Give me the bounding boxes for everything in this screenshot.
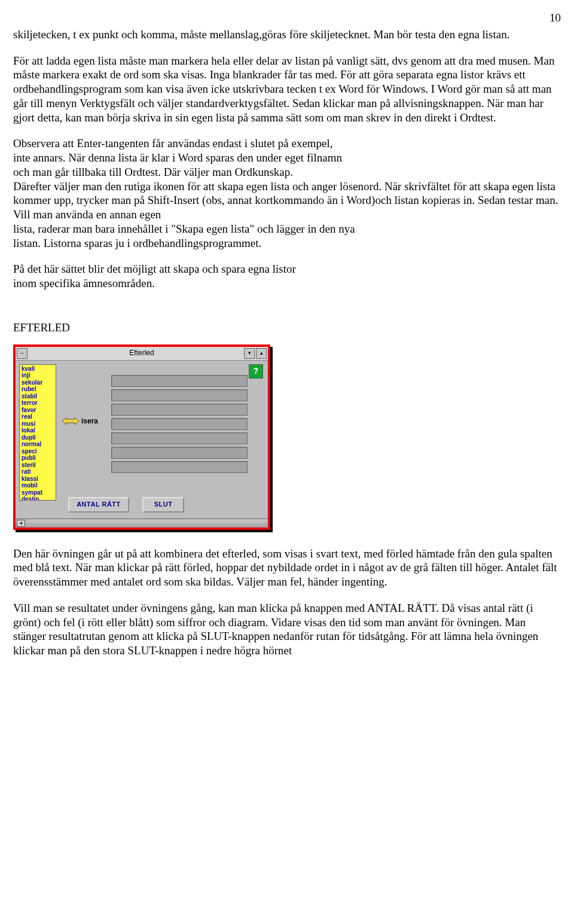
list-item[interactable]: klassi: [22, 475, 54, 483]
list-item[interactable]: musi: [22, 420, 54, 428]
list-item[interactable]: rubel: [22, 386, 54, 393]
window-client-area: ? kvali inji sekular rubel stabil terror…: [16, 361, 268, 519]
scroll-left-icon[interactable]: ◂: [17, 520, 25, 527]
minimize-icon[interactable]: ▾: [244, 348, 255, 359]
section-title-efterled: EFTERLED: [13, 321, 561, 335]
list-item[interactable]: favor: [22, 407, 54, 414]
help-icon[interactable]: ?: [249, 364, 263, 379]
list-item[interactable]: dupli: [22, 434, 54, 441]
antal-ratt-button[interactable]: ANTAL RÄTT: [68, 497, 129, 513]
list-item[interactable]: steril: [22, 462, 54, 469]
slut-button[interactable]: SLUT: [142, 497, 184, 513]
list-item[interactable]: terror: [22, 400, 54, 407]
answer-slot: [111, 432, 248, 444]
body-paragraph: skiljetecken, t ex punkt och komma, måst…: [13, 28, 561, 42]
maximize-icon[interactable]: ▴: [256, 348, 267, 359]
answer-slot: [111, 461, 248, 473]
answer-slot: [111, 375, 248, 387]
list-item[interactable]: mobil: [22, 482, 54, 489]
page-number: 10: [13, 11, 561, 25]
list-item[interactable]: inji: [22, 372, 54, 379]
prefix-list[interactable]: kvali inji sekular rubel stabil terror f…: [19, 364, 56, 501]
list-item[interactable]: rati: [22, 468, 54, 475]
body-paragraph: På det här sättet blir det möjligt att s…: [13, 262, 561, 291]
list-item[interactable]: lokal: [22, 427, 54, 434]
body-paragraph: Observera att Enter-tangenten får använd…: [13, 136, 561, 250]
list-item[interactable]: normal: [22, 441, 54, 448]
list-item[interactable]: kvali: [22, 365, 54, 373]
list-item[interactable]: sekular: [22, 379, 54, 386]
svg-marker-0: [62, 417, 79, 425]
double-arrow-icon: [62, 417, 79, 425]
suffix-label: isera: [62, 417, 98, 426]
list-item[interactable]: publi: [22, 455, 54, 462]
window-titlebar: – Efterled ▾ ▴: [16, 347, 268, 361]
sysmenu-icon[interactable]: –: [17, 348, 28, 359]
window-title: Efterled: [129, 349, 154, 358]
body-paragraph: För att ladda egen lista måste man marke…: [13, 54, 561, 125]
answer-slot: [111, 404, 248, 416]
body-paragraph: Vill man se resultatet under övningens g…: [13, 601, 561, 658]
list-item[interactable]: stabil: [22, 393, 54, 400]
list-item[interactable]: destin: [22, 496, 54, 501]
list-item[interactable]: real: [22, 413, 54, 420]
list-item[interactable]: sympat: [22, 489, 54, 496]
suffix-text: isera: [81, 417, 98, 426]
efterled-screenshot: – Efterled ▾ ▴ ? kvali inji sekular rube…: [13, 344, 270, 530]
horizontal-scrollbar[interactable]: ◂: [16, 519, 268, 527]
answer-slot: [111, 418, 248, 430]
body-paragraph: Den här övningen går ut på att kombinera…: [13, 547, 561, 589]
answer-slot: [111, 447, 248, 459]
answer-fields: [111, 375, 248, 473]
answer-slot: [111, 389, 248, 401]
list-item[interactable]: speci: [22, 448, 54, 455]
